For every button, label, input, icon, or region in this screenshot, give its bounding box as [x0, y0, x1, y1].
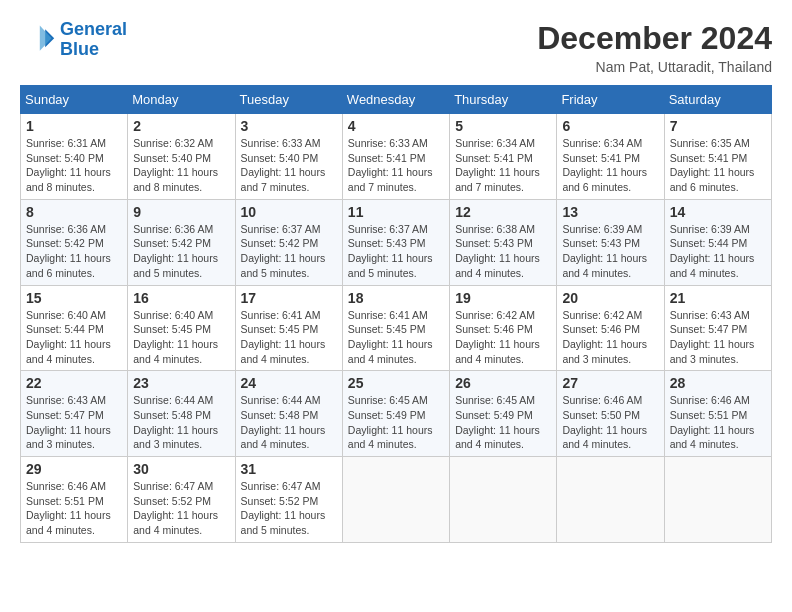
day-number: 31: [241, 461, 337, 477]
day-number: 23: [133, 375, 229, 391]
day-info: Sunrise: 6:40 AM Sunset: 5:45 PM Dayligh…: [133, 308, 229, 367]
calendar-day-header: Sunday: [21, 86, 128, 114]
day-number: 6: [562, 118, 658, 134]
calendar-body: 1 Sunrise: 6:31 AM Sunset: 5:40 PM Dayli…: [21, 114, 772, 543]
day-info: Sunrise: 6:45 AM Sunset: 5:49 PM Dayligh…: [455, 393, 551, 452]
calendar-cell: 3 Sunrise: 6:33 AM Sunset: 5:40 PM Dayli…: [235, 114, 342, 200]
day-info: Sunrise: 6:32 AM Sunset: 5:40 PM Dayligh…: [133, 136, 229, 195]
calendar-cell: 1 Sunrise: 6:31 AM Sunset: 5:40 PM Dayli…: [21, 114, 128, 200]
day-number: 26: [455, 375, 551, 391]
calendar-cell: 16 Sunrise: 6:40 AM Sunset: 5:45 PM Dayl…: [128, 285, 235, 371]
day-info: Sunrise: 6:44 AM Sunset: 5:48 PM Dayligh…: [133, 393, 229, 452]
day-number: 22: [26, 375, 122, 391]
day-number: 8: [26, 204, 122, 220]
calendar-week-row: 8 Sunrise: 6:36 AM Sunset: 5:42 PM Dayli…: [21, 199, 772, 285]
day-info: Sunrise: 6:45 AM Sunset: 5:49 PM Dayligh…: [348, 393, 444, 452]
calendar-day-header: Friday: [557, 86, 664, 114]
calendar-day-header: Wednesday: [342, 86, 449, 114]
day-number: 5: [455, 118, 551, 134]
day-number: 12: [455, 204, 551, 220]
day-number: 11: [348, 204, 444, 220]
day-info: Sunrise: 6:36 AM Sunset: 5:42 PM Dayligh…: [26, 222, 122, 281]
day-number: 25: [348, 375, 444, 391]
calendar-week-row: 29 Sunrise: 6:46 AM Sunset: 5:51 PM Dayl…: [21, 457, 772, 543]
calendar-cell: 30 Sunrise: 6:47 AM Sunset: 5:52 PM Dayl…: [128, 457, 235, 543]
day-info: Sunrise: 6:38 AM Sunset: 5:43 PM Dayligh…: [455, 222, 551, 281]
calendar-day-header: Thursday: [450, 86, 557, 114]
calendar-cell: 5 Sunrise: 6:34 AM Sunset: 5:41 PM Dayli…: [450, 114, 557, 200]
calendar-cell: 2 Sunrise: 6:32 AM Sunset: 5:40 PM Dayli…: [128, 114, 235, 200]
day-info: Sunrise: 6:46 AM Sunset: 5:51 PM Dayligh…: [26, 479, 122, 538]
day-number: 18: [348, 290, 444, 306]
day-info: Sunrise: 6:39 AM Sunset: 5:43 PM Dayligh…: [562, 222, 658, 281]
calendar-cell: 29 Sunrise: 6:46 AM Sunset: 5:51 PM Dayl…: [21, 457, 128, 543]
day-info: Sunrise: 6:35 AM Sunset: 5:41 PM Dayligh…: [670, 136, 766, 195]
calendar-cell: 18 Sunrise: 6:41 AM Sunset: 5:45 PM Dayl…: [342, 285, 449, 371]
day-number: 30: [133, 461, 229, 477]
calendar-cell: 8 Sunrise: 6:36 AM Sunset: 5:42 PM Dayli…: [21, 199, 128, 285]
calendar-cell: 19 Sunrise: 6:42 AM Sunset: 5:46 PM Dayl…: [450, 285, 557, 371]
calendar-cell: [342, 457, 449, 543]
day-number: 24: [241, 375, 337, 391]
day-info: Sunrise: 6:33 AM Sunset: 5:41 PM Dayligh…: [348, 136, 444, 195]
day-number: 16: [133, 290, 229, 306]
calendar-header-row: SundayMondayTuesdayWednesdayThursdayFrid…: [21, 86, 772, 114]
calendar-cell: [450, 457, 557, 543]
calendar-week-row: 15 Sunrise: 6:40 AM Sunset: 5:44 PM Dayl…: [21, 285, 772, 371]
day-number: 3: [241, 118, 337, 134]
day-info: Sunrise: 6:34 AM Sunset: 5:41 PM Dayligh…: [562, 136, 658, 195]
day-info: Sunrise: 6:33 AM Sunset: 5:40 PM Dayligh…: [241, 136, 337, 195]
day-info: Sunrise: 6:40 AM Sunset: 5:44 PM Dayligh…: [26, 308, 122, 367]
day-number: 19: [455, 290, 551, 306]
calendar-table: SundayMondayTuesdayWednesdayThursdayFrid…: [20, 85, 772, 543]
calendar-cell: 20 Sunrise: 6:42 AM Sunset: 5:46 PM Dayl…: [557, 285, 664, 371]
day-info: Sunrise: 6:44 AM Sunset: 5:48 PM Dayligh…: [241, 393, 337, 452]
day-info: Sunrise: 6:47 AM Sunset: 5:52 PM Dayligh…: [241, 479, 337, 538]
day-number: 9: [133, 204, 229, 220]
calendar-day-header: Saturday: [664, 86, 771, 114]
calendar-cell: 11 Sunrise: 6:37 AM Sunset: 5:43 PM Dayl…: [342, 199, 449, 285]
day-number: 10: [241, 204, 337, 220]
day-info: Sunrise: 6:34 AM Sunset: 5:41 PM Dayligh…: [455, 136, 551, 195]
page-header: General Blue December 2024 Nam Pat, Utta…: [20, 20, 772, 75]
day-number: 20: [562, 290, 658, 306]
day-info: Sunrise: 6:41 AM Sunset: 5:45 PM Dayligh…: [348, 308, 444, 367]
calendar-cell: 17 Sunrise: 6:41 AM Sunset: 5:45 PM Dayl…: [235, 285, 342, 371]
calendar-cell: 14 Sunrise: 6:39 AM Sunset: 5:44 PM Dayl…: [664, 199, 771, 285]
month-title: December 2024: [537, 20, 772, 57]
day-number: 2: [133, 118, 229, 134]
calendar-cell: 27 Sunrise: 6:46 AM Sunset: 5:50 PM Dayl…: [557, 371, 664, 457]
day-number: 21: [670, 290, 766, 306]
calendar-cell: 12 Sunrise: 6:38 AM Sunset: 5:43 PM Dayl…: [450, 199, 557, 285]
day-info: Sunrise: 6:43 AM Sunset: 5:47 PM Dayligh…: [670, 308, 766, 367]
logo-icon: [20, 22, 56, 58]
day-info: Sunrise: 6:37 AM Sunset: 5:42 PM Dayligh…: [241, 222, 337, 281]
day-info: Sunrise: 6:46 AM Sunset: 5:51 PM Dayligh…: [670, 393, 766, 452]
logo-line2: Blue: [60, 39, 99, 59]
calendar-week-row: 1 Sunrise: 6:31 AM Sunset: 5:40 PM Dayli…: [21, 114, 772, 200]
day-info: Sunrise: 6:31 AM Sunset: 5:40 PM Dayligh…: [26, 136, 122, 195]
day-number: 15: [26, 290, 122, 306]
day-info: Sunrise: 6:47 AM Sunset: 5:52 PM Dayligh…: [133, 479, 229, 538]
day-info: Sunrise: 6:39 AM Sunset: 5:44 PM Dayligh…: [670, 222, 766, 281]
title-section: December 2024 Nam Pat, Uttaradit, Thaila…: [537, 20, 772, 75]
day-number: 27: [562, 375, 658, 391]
calendar-cell: 6 Sunrise: 6:34 AM Sunset: 5:41 PM Dayli…: [557, 114, 664, 200]
calendar-cell: 7 Sunrise: 6:35 AM Sunset: 5:41 PM Dayli…: [664, 114, 771, 200]
day-info: Sunrise: 6:42 AM Sunset: 5:46 PM Dayligh…: [455, 308, 551, 367]
calendar-cell: 31 Sunrise: 6:47 AM Sunset: 5:52 PM Dayl…: [235, 457, 342, 543]
day-number: 13: [562, 204, 658, 220]
calendar-week-row: 22 Sunrise: 6:43 AM Sunset: 5:47 PM Dayl…: [21, 371, 772, 457]
calendar-cell: [557, 457, 664, 543]
day-info: Sunrise: 6:46 AM Sunset: 5:50 PM Dayligh…: [562, 393, 658, 452]
calendar-cell: 28 Sunrise: 6:46 AM Sunset: 5:51 PM Dayl…: [664, 371, 771, 457]
day-info: Sunrise: 6:43 AM Sunset: 5:47 PM Dayligh…: [26, 393, 122, 452]
calendar-cell: 21 Sunrise: 6:43 AM Sunset: 5:47 PM Dayl…: [664, 285, 771, 371]
location: Nam Pat, Uttaradit, Thailand: [537, 59, 772, 75]
calendar-cell: 23 Sunrise: 6:44 AM Sunset: 5:48 PM Dayl…: [128, 371, 235, 457]
calendar-cell: 15 Sunrise: 6:40 AM Sunset: 5:44 PM Dayl…: [21, 285, 128, 371]
calendar-cell: 24 Sunrise: 6:44 AM Sunset: 5:48 PM Dayl…: [235, 371, 342, 457]
day-number: 14: [670, 204, 766, 220]
calendar-cell: 13 Sunrise: 6:39 AM Sunset: 5:43 PM Dayl…: [557, 199, 664, 285]
day-number: 29: [26, 461, 122, 477]
